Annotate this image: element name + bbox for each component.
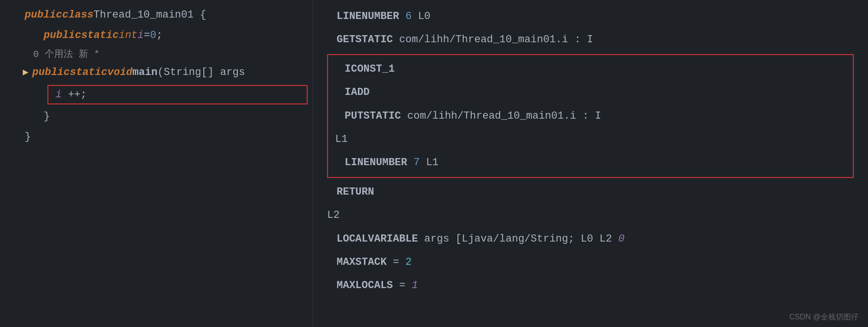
getstatic-path: com/lihh/Thread_10_main01.i : I bbox=[399, 34, 593, 46]
var-i-stmt: i bbox=[55, 89, 62, 101]
bytecode-localvariable: LOCALVARIABLE args [Ljava/lang/String; L… bbox=[327, 227, 854, 251]
bytecode-return: RETURN bbox=[327, 180, 854, 204]
arrow-indicator: ▶ bbox=[23, 65, 28, 80]
localvariable-index: 0 bbox=[618, 233, 624, 245]
keyword-class: class bbox=[62, 7, 93, 23]
kw-linenumber2: LINENUMBER bbox=[345, 157, 413, 168]
red-box: ICONST_1 IADD PUTSTATIC com/lihh/Thread_… bbox=[327, 54, 854, 178]
keyword-static: static bbox=[81, 27, 119, 44]
localvariable-path: args [Ljava/lang/String; L0 L2 bbox=[424, 233, 618, 245]
bytecode-getstatic: GETSTATIC com/lihh/Thread_10_main01.i : … bbox=[327, 28, 854, 51]
bytecode-iconst: ICONST_1 bbox=[335, 57, 846, 81]
keyword-static2: static bbox=[70, 64, 107, 81]
label-l2: L2 bbox=[327, 209, 339, 221]
kw-iconst: ICONST_1 bbox=[345, 63, 395, 75]
putstatic-path: com/lihh/Thread_10_main01.i : I bbox=[407, 110, 601, 122]
keyword-public3: public bbox=[32, 64, 70, 81]
left-panel: public class Thread_10_main01 { public s… bbox=[0, 0, 313, 327]
semicolon: ; bbox=[156, 27, 163, 44]
num-7: 7 bbox=[413, 157, 426, 168]
kw-getstatic: GETSTATIC bbox=[337, 34, 399, 46]
watermark: CSDN @全栈切图仔 bbox=[789, 312, 859, 322]
kw-maxlocals: MAXLOCALS bbox=[337, 280, 399, 291]
label-l1: L1 bbox=[335, 133, 347, 145]
code-line-close2: } bbox=[0, 127, 312, 147]
bytecode-l1: L1 bbox=[335, 128, 846, 151]
bytecode-linenumber-7: LINENUMBER 7 L1 bbox=[335, 151, 846, 174]
highlighted-stmt-container: i ++; bbox=[33, 85, 312, 104]
literal-0: 0 bbox=[150, 27, 156, 44]
label-l1-ln: L1 bbox=[426, 157, 439, 168]
code-line-method: ▶ public static void main(String[] args bbox=[19, 62, 312, 83]
bytecode-maxlocals: MAXLOCALS = 1 bbox=[327, 274, 854, 297]
class-name: Thread_10_main01 { bbox=[93, 7, 206, 23]
maxstack-eq: = bbox=[393, 256, 405, 268]
code-line-close1: } bbox=[19, 106, 312, 127]
maxstack-value: 2 bbox=[405, 256, 411, 268]
kw-localvariable: LOCALVARIABLE bbox=[337, 233, 424, 245]
keyword-void: void bbox=[107, 64, 132, 81]
type-int: int bbox=[119, 27, 137, 44]
increment-op: ++; bbox=[68, 89, 87, 101]
bytecode-l2: L2 bbox=[327, 204, 854, 227]
bytecode-linenumber-6: LINENUMBER 6 L0 bbox=[327, 5, 854, 28]
num-6: 6 bbox=[405, 10, 418, 22]
code-line-class-decl: public class Thread_10_main01 { bbox=[0, 5, 312, 25]
bytecode-iadd: IADD bbox=[335, 81, 846, 104]
keyword-public: public bbox=[25, 7, 62, 23]
kw-putstatic: PUTSTATIC bbox=[345, 110, 407, 122]
maxlocals-value: 1 bbox=[411, 280, 418, 291]
watermark-text: CSDN @全栈切图仔 bbox=[789, 313, 859, 321]
meta-text: 0 个用法 新 * bbox=[33, 49, 100, 60]
highlight-box: i ++; bbox=[47, 85, 308, 104]
close-brace1: } bbox=[44, 108, 50, 125]
kw-maxstack: MAXSTACK bbox=[337, 256, 393, 268]
meta-line: 0 个用法 新 * bbox=[19, 46, 312, 62]
right-panel: LINENUMBER 6 L0 GETSTATIC com/lihh/Threa… bbox=[313, 0, 868, 327]
keyword-public2: public bbox=[44, 27, 81, 44]
label-l0-ln: L0 bbox=[418, 10, 430, 22]
code-line-field: public static int i = 0 ; bbox=[19, 25, 312, 46]
bytecode-maxstack: MAXSTACK = 2 bbox=[327, 251, 854, 274]
close-brace2: } bbox=[25, 129, 31, 145]
var-i: i bbox=[137, 27, 144, 44]
maxlocals-eq: = bbox=[399, 280, 411, 291]
kw-linenumber1: LINENUMBER bbox=[337, 10, 405, 22]
method-name: main(String[] args bbox=[132, 64, 245, 81]
bytecode-putstatic: PUTSTATIC com/lihh/Thread_10_main01.i : … bbox=[335, 104, 846, 128]
kw-iadd: IADD bbox=[345, 86, 370, 98]
kw-return: RETURN bbox=[337, 186, 374, 198]
assign: = bbox=[144, 27, 150, 44]
